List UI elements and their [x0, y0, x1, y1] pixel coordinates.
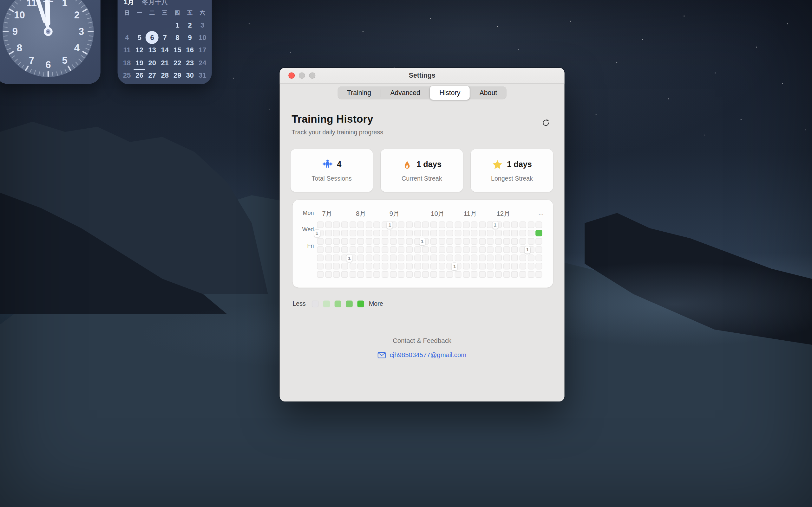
- tab-history[interactable]: History: [430, 86, 470, 100]
- heatmap-day-label-fri: Fri: [293, 242, 314, 249]
- heatmap-cell: [447, 255, 453, 261]
- svg-text:2: 2: [74, 9, 80, 20]
- minimize-button[interactable]: [299, 72, 305, 79]
- heatmap-cell: [357, 230, 364, 236]
- tab-about[interactable]: About: [470, 87, 506, 100]
- heatmap-cell: [349, 238, 356, 245]
- tab-training[interactable]: Training: [338, 87, 380, 100]
- calendar-weekday-header: 六: [196, 9, 209, 16]
- tab-advanced[interactable]: Advanced: [381, 87, 429, 100]
- zoom-button[interactable]: [309, 72, 316, 79]
- heatmap-cell: [455, 271, 461, 278]
- stat-value: 4: [337, 160, 341, 169]
- heatmap-cell: [495, 238, 502, 245]
- weightlifter-icon: [322, 159, 333, 170]
- calendar-header-divider: [138, 0, 139, 5]
- month-start-badge: 1: [387, 221, 393, 228]
- legend-less-label: Less: [293, 300, 305, 307]
- stat-card-total-sessions: 4Total Sessions: [291, 149, 373, 192]
- calendar-day-number: [135, 19, 144, 31]
- calendar-weekday-header: 一: [133, 9, 146, 16]
- heatmap-cell: [438, 271, 445, 278]
- heatmap-cell: [511, 271, 518, 278]
- calendar-day-empty: [133, 19, 146, 32]
- heatmap-cell: [382, 230, 388, 236]
- email-link[interactable]: cjh985034577@gmail.com: [378, 351, 467, 359]
- calendar-day: 22: [171, 56, 184, 69]
- page-title: Training History: [292, 113, 383, 125]
- heatmap-cell: [463, 238, 469, 245]
- heatmap-cell: [406, 222, 413, 228]
- heatmap-cell: [527, 222, 534, 228]
- heatmap-cell: [365, 246, 372, 253]
- heatmap-cell: [536, 271, 542, 278]
- heatmap-month-label: 7月: [322, 210, 332, 218]
- heatmap-cell: [527, 230, 534, 236]
- calendar-day-number: 22: [173, 56, 182, 69]
- calendar-day-number: [122, 19, 131, 31]
- heatmap-cell: [317, 246, 323, 253]
- heatmap-cell: [398, 271, 405, 278]
- calendar-day: 5: [133, 31, 146, 44]
- heatmap-cell: [463, 222, 469, 228]
- legend-square: [335, 300, 341, 307]
- page-header: Training History Track your daily traini…: [280, 99, 565, 136]
- calendar-weekday-header: 二: [146, 9, 159, 16]
- heatmap-cell: [519, 222, 526, 228]
- calendar-day: 16: [184, 44, 196, 56]
- heatmap-cell: [325, 255, 332, 261]
- heatmap-month-label: ...: [538, 210, 544, 217]
- heatmap-cell: [325, 238, 332, 245]
- heatmap-cell: [390, 271, 397, 278]
- calendar-day: 12: [133, 44, 146, 56]
- heatmap-cell: [455, 255, 461, 261]
- heatmap-cell: [487, 255, 494, 261]
- segmented-control: TrainingAdvancedHistoryAbout: [338, 87, 507, 100]
- heatmap-cell: [374, 246, 380, 253]
- heatmap-cell: [495, 271, 502, 278]
- stats-row: 4Total Sessions1 daysCurrent Streak1 day…: [291, 149, 553, 192]
- heatmap-cell: [341, 230, 348, 236]
- heatmap-cell: [479, 222, 486, 228]
- heatmap-cell: [382, 263, 388, 269]
- heatmap-cell: [374, 255, 380, 261]
- heatmap-cell: [487, 271, 494, 278]
- heatmap-cell: [349, 263, 356, 269]
- heatmap-cell: [382, 246, 388, 253]
- heatmap-cell: [430, 255, 437, 261]
- stat-top: 1 days: [492, 159, 532, 170]
- heatmap-cell: [341, 271, 348, 278]
- stat-top: 4: [322, 159, 341, 170]
- calendar-day-number: 14: [160, 44, 169, 56]
- calendar-day: 18: [120, 56, 133, 69]
- heatmap-cell: [422, 222, 429, 228]
- refresh-button[interactable]: [541, 118, 550, 129]
- heatmap-cell: [406, 255, 413, 261]
- heatmap-cell: [414, 246, 421, 253]
- close-button[interactable]: [288, 72, 295, 79]
- calendar-day-number: 28: [160, 69, 169, 81]
- heatmap-cell: [447, 230, 453, 236]
- titlebar[interactable]: Settings: [280, 68, 565, 84]
- calendar-day-number: 15: [173, 44, 182, 56]
- heatmap-cell: [317, 222, 323, 228]
- calendar-day-number: 16: [185, 44, 194, 56]
- calendar-day: 21: [159, 56, 171, 69]
- stat-top: 1 days: [402, 159, 442, 170]
- heatmap-cell: [365, 271, 372, 278]
- heatmap-cell: [325, 246, 332, 253]
- heatmap-cell: [325, 271, 332, 278]
- calendar-day-number: 26: [135, 69, 144, 81]
- heatmap-cell: [511, 238, 518, 245]
- calendar-widget[interactable]: 1月 冬月十八 日一二三四五六 123456789101112131415161…: [118, 0, 212, 84]
- calendar-day-number: 11: [122, 44, 131, 56]
- heatmap-cell: [487, 238, 494, 245]
- heatmap-cell: [374, 230, 380, 236]
- heatmap-cell: [317, 271, 323, 278]
- heatmap-cell: [390, 263, 397, 269]
- heatmap-cell: [430, 263, 437, 269]
- email-text: cjh985034577@gmail.com: [390, 351, 466, 359]
- clock-widget[interactable]: 123456789101112: [0, 0, 101, 83]
- heatmap-month-label: 10月: [431, 210, 444, 218]
- stat-card-current-streak: 1 daysCurrent Streak: [380, 149, 463, 192]
